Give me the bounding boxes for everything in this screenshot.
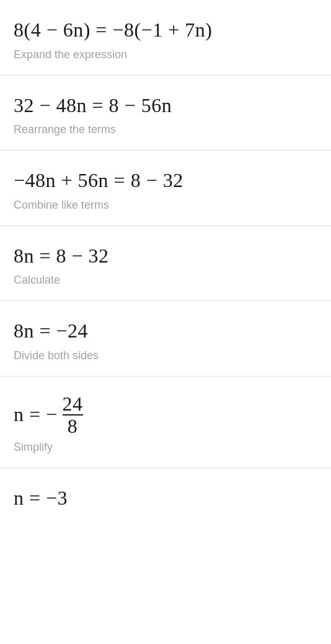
fraction-denominator: 8 bbox=[68, 416, 78, 436]
equation-3: −48n + 56n = 8 − 32 bbox=[14, 168, 317, 194]
instruction-1: Expand the expression bbox=[14, 48, 317, 61]
instruction-4: Calculate bbox=[14, 274, 317, 287]
equation-1: 8(4 − 6n) = −8(−1 + 7n) bbox=[14, 17, 317, 43]
equation-6: n = − 24 8 bbox=[14, 394, 317, 436]
step-7: n = −3 bbox=[0, 468, 331, 530]
step-2: 32 − 48n = 8 − 56n Rearrange the terms bbox=[0, 76, 331, 151]
fraction: 24 8 bbox=[63, 394, 83, 436]
step-5: 8n = −24 Divide both sides bbox=[0, 301, 331, 376]
instruction-5: Divide both sides bbox=[14, 349, 317, 362]
step-6: n = − 24 8 Simplify bbox=[0, 376, 331, 468]
fraction-prefix: n = − bbox=[14, 402, 58, 428]
equation-2: 32 − 48n = 8 − 56n bbox=[14, 93, 317, 119]
fraction-numerator: 24 bbox=[63, 394, 83, 416]
equation-5: 8n = −24 bbox=[14, 318, 317, 344]
step-1: 8(4 − 6n) = −8(−1 + 7n) Expand the expre… bbox=[0, 0, 331, 76]
equation-4: 8n = 8 − 32 bbox=[14, 243, 317, 269]
equation-7: n = −3 bbox=[14, 485, 317, 511]
instruction-2: Rearrange the terms bbox=[14, 123, 317, 136]
step-3: −48n + 56n = 8 − 32 Combine like terms bbox=[0, 150, 331, 226]
instruction-6: Simplify bbox=[14, 441, 317, 454]
steps-container: 8(4 − 6n) = −8(−1 + 7n) Expand the expre… bbox=[0, 0, 331, 530]
step-4: 8n = 8 − 32 Calculate bbox=[0, 226, 331, 302]
instruction-3: Combine like terms bbox=[14, 199, 317, 212]
